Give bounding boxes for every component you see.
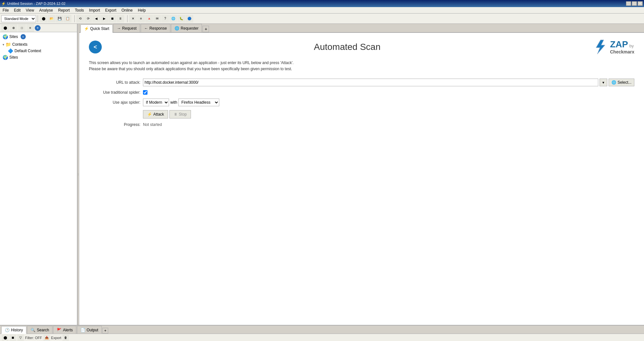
filter-text: Filter: OFF [25, 336, 42, 340]
toolbar-separator-3 [127, 15, 128, 22]
scan-content: < Automated Scan ZAP by [79, 33, 644, 133]
select-button[interactable]: 🌐 Select... [609, 79, 634, 86]
request-arrow-icon: → [117, 26, 121, 31]
toolbar-btn-5[interactable]: ⏹ [109, 15, 116, 23]
toolbar-globe[interactable]: 🌐 [169, 15, 177, 23]
close-button[interactable]: ✕ [638, 1, 643, 6]
contexts-folder-icon: 📁 [5, 42, 11, 47]
toolbar-properties[interactable]: 📋 [64, 15, 71, 23]
toolbar-group-1: ⬤ 📂 💾 📋 [40, 15, 71, 23]
add-bottom-tab-button[interactable]: + [102, 328, 108, 334]
left-panel-btn-3[interactable]: □ [18, 24, 26, 32]
app-icon: ⚡ [1, 2, 6, 6]
left-panel-btn-2[interactable]: ⊕ [10, 24, 17, 32]
menu-import[interactable]: Import [87, 7, 103, 13]
tab-request[interactable]: → Request [113, 24, 140, 32]
toolbar-group-3: ✕ ≡ 🔺 ✉ ? 🌐 🐛 🔵 [129, 15, 193, 23]
stop-label: Stop [179, 112, 187, 117]
toolbar-help[interactable]: ? [161, 15, 169, 23]
mode-select[interactable]: Standard Mode Safe Mode Protected Mode A… [1, 15, 36, 22]
toolbar-open-session[interactable]: 📂 [48, 15, 55, 23]
quick-start-label: Quick Start [90, 26, 109, 31]
progress-value: Not started [143, 122, 162, 127]
default-context-item[interactable]: 🔷 Default Context [6, 48, 76, 54]
toolbar-btn-1[interactable]: ⟲ [76, 15, 84, 23]
stop-button[interactable]: ⏸ Stop [169, 110, 191, 118]
menu-analyse[interactable]: Analyse [37, 7, 56, 13]
alerts-flag-icon: 🚩 [57, 328, 62, 332]
toolbar-btn-3[interactable]: ◀ [92, 15, 100, 23]
requester-icon: 🌐 [175, 26, 179, 31]
attack-button[interactable]: ⚡ Attack [143, 110, 168, 118]
contexts-item[interactable]: ▾ 📁 Contexts [1, 41, 76, 48]
scan-form: URL to attack: ▼ 🌐 Select... Use tra [89, 79, 634, 127]
tab-quick-start[interactable]: ⚡ Quick Start [80, 24, 113, 33]
title-bar: ⚡ Untitled Session - ZAP D-2024-12-02 _ … [0, 0, 644, 7]
menu-export[interactable]: Export [103, 7, 119, 13]
tab-requester[interactable]: 🌐 Requester [171, 24, 202, 32]
bottom-record-button[interactable]: ⬤ [2, 335, 8, 341]
bottom-export-button[interactable]: 📤 [43, 335, 50, 341]
traditional-spider-label: Use traditional spider: [89, 90, 140, 95]
maximize-button[interactable]: □ [632, 1, 637, 6]
menu-report[interactable]: Report [56, 7, 72, 13]
scan-title: Automated Scan [102, 42, 593, 52]
bottom-filter-button[interactable]: ▽ [17, 335, 24, 341]
ajax-spider-select[interactable]: If Modern Always Never [143, 99, 169, 106]
menu-view[interactable]: View [23, 7, 37, 13]
traditional-spider-checkbox[interactable] [143, 90, 147, 95]
toolbar-save-session[interactable]: 💾 [56, 15, 63, 23]
toolbar-msg[interactable]: ✉ [153, 15, 161, 23]
response-label: Response [149, 26, 167, 31]
toolbar-bug[interactable]: 🐛 [177, 15, 185, 23]
bottom-stop-button[interactable]: ⏹ [10, 335, 16, 341]
bottom-clear-button[interactable]: 🗑 [62, 335, 69, 341]
request-label: Request [122, 26, 137, 31]
sites-tree-item[interactable]: 🌍 Sites [1, 54, 76, 61]
bottom-tab-output[interactable]: 📄 Output [77, 326, 102, 334]
sites-header[interactable]: 🌍 Sites + [1, 33, 76, 40]
left-panel-btn-1[interactable]: ⬤ [1, 24, 9, 32]
toolbar-separator-1 [38, 15, 38, 22]
menu-file[interactable]: File [0, 7, 11, 13]
menu-help[interactable]: Help [135, 7, 148, 13]
contexts-expand-icon: ▾ [3, 43, 4, 46]
menu-tools[interactable]: Tools [72, 7, 87, 13]
toolbar-btn-6[interactable]: ⏸ [117, 15, 124, 23]
menu-online[interactable]: Online [119, 7, 135, 13]
toolbar-alerts[interactable]: 🔺 [145, 15, 153, 23]
action-buttons-row: ⚡ Attack ⏸ Stop [89, 110, 634, 118]
toolbar-break[interactable]: ✕ [129, 15, 137, 23]
toolbar-checkmarx[interactable]: 🔵 [185, 15, 193, 23]
url-row: URL to attack: ▼ 🌐 Select... [89, 79, 634, 86]
scan-header: < Automated Scan ZAP by [89, 39, 634, 55]
bottom-tab-search[interactable]: 🔍 Search [27, 326, 52, 334]
export-label: Export [51, 336, 62, 340]
bottom-tab-alerts[interactable]: 🚩 Alerts [53, 326, 76, 334]
left-panel-btn-4[interactable]: ≡ [26, 24, 34, 32]
sites-tree-label: Sites [9, 55, 18, 60]
toolbar-btn-4[interactable]: ▶ [100, 15, 108, 23]
traditional-spider-row: Use traditional spider: [89, 90, 634, 95]
toolbar-new-session[interactable]: ⬤ [40, 15, 47, 23]
bottom-tab-history[interactable]: 🕐 History [1, 326, 26, 334]
browser-select[interactable]: Firefox Headless Chrome Headless Firefox… [178, 99, 219, 106]
url-input[interactable] [143, 79, 598, 86]
zap-checkmarx: Checkmarx [610, 50, 635, 54]
add-tab-button[interactable]: + [203, 26, 209, 32]
contexts-children: 🔷 Default Context [6, 48, 76, 54]
right-panel: ⚡ Quick Start → Request ← Response 🌐 Req… [79, 24, 644, 325]
add-site-button[interactable]: + [35, 25, 41, 31]
tab-response[interactable]: ← Response [141, 24, 170, 32]
sites-label: Sites [9, 34, 18, 39]
search-label: Search [37, 328, 49, 332]
menu-edit[interactable]: Edit [11, 7, 23, 13]
toolbar-options[interactable]: ≡ [137, 15, 145, 23]
sites-add-btn[interactable]: + [21, 34, 26, 39]
title-bar-controls[interactable]: _ □ ✕ [626, 1, 643, 6]
scan-back-button[interactable]: < [89, 41, 102, 53]
url-dropdown-button[interactable]: ▼ [600, 79, 607, 86]
toolbar-btn-2[interactable]: ⟳ [84, 15, 92, 23]
minimize-button[interactable]: _ [626, 1, 631, 6]
window-title: Untitled Session - ZAP D-2024-12-02 [7, 2, 65, 5]
